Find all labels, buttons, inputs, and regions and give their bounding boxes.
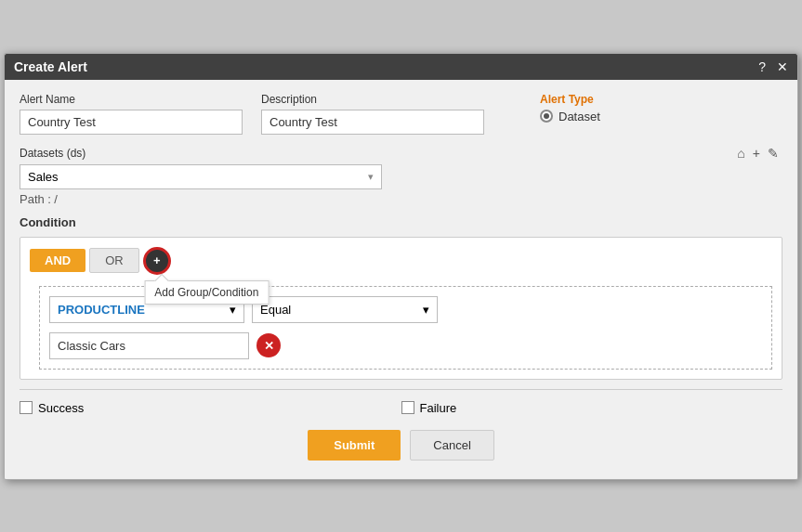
alert-type-group: Alert Type Dataset [540, 93, 600, 123]
dialog-body: Alert Name Description Alert Type Datase… [5, 80, 797, 479]
description-input[interactable] [261, 110, 484, 135]
failure-check-item: Failure [401, 401, 783, 415]
success-check-item: Success [20, 401, 401, 415]
add-condition-tooltip: Add Group/Condition [144, 280, 269, 305]
dialog-title: Create Alert [14, 59, 87, 74]
create-alert-dialog: Create Alert ? ✕ Alert Name Description … [4, 53, 798, 480]
header-actions: ? ✕ [758, 59, 788, 74]
operator-dropdown[interactable]: Equal ▾ [252, 296, 438, 323]
divider [20, 389, 782, 390]
alert-type-dataset-option[interactable]: Dataset [540, 110, 600, 123]
datasets-icons: ⌂ + ✎ [737, 146, 779, 161]
path-value: / [54, 192, 58, 206]
field-chevron-icon: ▾ [230, 303, 236, 317]
add-condition-container: + Add Group/Condition [143, 247, 171, 275]
dataset-radio[interactable] [540, 110, 553, 123]
alert-name-input[interactable] [20, 110, 243, 135]
success-checkbox[interactable] [20, 401, 33, 414]
alert-type-label: Alert Type [540, 93, 600, 106]
field-label: PRODUCTLINE [58, 303, 145, 317]
condition-section: Condition AND OR + Add Group/Condition [20, 215, 782, 380]
description-group: Description [261, 93, 484, 135]
alert-name-group: Alert Name [20, 93, 243, 135]
buttons-row: Submit Cancel [20, 430, 782, 466]
filter-value-input[interactable] [49, 332, 249, 359]
top-form-row: Alert Name Description Alert Type Datase… [20, 93, 782, 135]
datasets-label: Datasets (ds) [20, 147, 85, 160]
datasets-dropdown[interactable]: Sales ▾ [20, 164, 382, 189]
datasets-add-button[interactable]: + [753, 146, 760, 161]
add-condition-button[interactable]: + [143, 247, 171, 275]
failure-label: Failure [420, 401, 457, 415]
operator-label: Equal [260, 303, 291, 317]
dialog-header: Create Alert ? ✕ [5, 54, 797, 80]
condition-box: AND OR + Add Group/Condition PRODUCTLIN [20, 237, 782, 380]
and-or-row: AND OR + Add Group/Condition [30, 247, 772, 275]
submit-button[interactable]: Submit [308, 430, 401, 461]
dataset-option-label: Dataset [559, 110, 600, 123]
path-label: Path : [20, 192, 51, 206]
checks-row: Success Failure [20, 396, 782, 421]
and-button[interactable]: AND [30, 249, 85, 272]
alert-name-label: Alert Name [20, 93, 243, 106]
radio-inner [544, 113, 549, 119]
success-label: Success [38, 401, 84, 415]
cancel-button[interactable]: Cancel [410, 430, 493, 461]
condition-title: Condition [20, 215, 782, 229]
description-label: Description [261, 93, 484, 106]
help-button[interactable]: ? [758, 59, 766, 74]
plus-icon: + [153, 254, 161, 266]
datasets-edit-button[interactable]: ✎ [768, 146, 779, 161]
datasets-section: Datasets (ds) ⌂ + ✎ Sales ▾ Path : / [20, 146, 782, 206]
datasets-home-button[interactable]: ⌂ [737, 146, 744, 161]
delete-condition-button[interactable]: ✕ [256, 333, 281, 357]
close-button[interactable]: ✕ [777, 59, 788, 74]
datasets-chevron-icon: ▾ [368, 171, 374, 183]
operator-chevron-icon: ▾ [423, 303, 429, 317]
datasets-header: Datasets (ds) ⌂ + ✎ [20, 146, 782, 161]
datasets-path: Path : / [20, 192, 782, 206]
datasets-selected-value: Sales [28, 170, 59, 184]
delete-icon: ✕ [264, 339, 274, 353]
failure-checkbox[interactable] [401, 401, 414, 414]
filter-value-row: ✕ [49, 332, 762, 359]
or-button[interactable]: OR [89, 248, 139, 273]
